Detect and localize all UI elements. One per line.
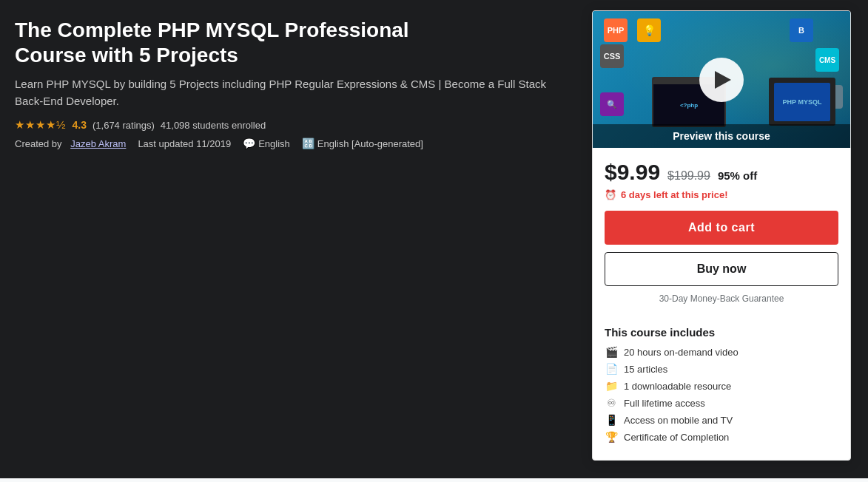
current-price: $9.99 [605,160,660,185]
list-item: 📁 1 downloadable resource [605,380,838,392]
price-row: $9.99 $199.99 95% off [605,160,838,185]
timer-row: ⏰ 6 days left at this price! [605,189,838,200]
certificate-icon: 🏆 [605,431,618,443]
captions-info: 🔠 English [Auto-generated] [302,138,423,149]
creator-info: Created by Jazeb Akram [15,138,126,149]
includes-title: This course includes [605,326,838,339]
enrolled-count: 41,098 students enrolled [161,120,266,131]
list-item: 📱 Access on mobile and TV [605,414,838,426]
rating-value: 4.3 [73,119,87,131]
language-text: English [258,138,290,149]
language-info: 💬 English [243,138,290,149]
includes-list: 🎬 20 hours on-demand video 📄 15 articles… [605,346,838,443]
includes-item-5: Certificate of Completion [624,432,729,443]
cc-icon: 🔠 [302,138,314,149]
add-to-cart-button[interactable]: Add to cart [605,211,838,245]
preview-label: Preview this course [593,124,850,148]
original-price: $199.99 [667,169,710,183]
article-icon: 📄 [605,363,618,375]
guarantee-text: 30-Day Money-Back Guarantee [605,293,838,304]
includes-item-4: Access on mobile and TV [624,415,733,426]
video-thumbnail[interactable]: PHP 💡 B CMS CSS ⚙ 🔍 PHP MYSQL <?php [593,11,850,148]
download-icon: 📁 [605,380,618,392]
list-item: 🏆 Certificate of Completion [605,431,838,443]
rating-row: ★★★★½ 4.3 (1,674 ratings) 41,098 student… [15,118,577,132]
buy-now-button[interactable]: Buy now [605,252,838,286]
list-item: 🎬 20 hours on-demand video [605,346,838,358]
play-button[interactable] [699,58,744,102]
last-updated: Last updated 11/2019 [138,138,231,149]
creator-link[interactable]: Jazeb Akram [70,138,126,149]
timer-text: 6 days left at this price! [621,189,728,200]
rating-count: (1,674 ratings) [92,120,155,131]
course-description: Learn PHP MYSQL by building 5 Projects i… [15,76,577,109]
captions-text: English [Auto-generated] [317,138,423,149]
includes-item-3: Full lifetime access [624,398,705,409]
clock-icon: ⏰ [605,189,616,200]
price-section: $9.99 $199.99 95% off ⏰ 6 days left at t… [593,148,850,320]
includes-section: This course includes 🎬 20 hours on-deman… [593,320,850,460]
list-item: ♾ Full lifetime access [605,397,838,409]
preview-card: PHP 💡 B CMS CSS ⚙ 🔍 PHP MYSQL <?php [592,10,851,461]
infinity-icon: ♾ [605,397,618,409]
header-left: The Complete PHP MYSQL Professional Cour… [15,18,577,149]
header-section: The Complete PHP MYSQL Professional Cour… [0,0,868,478]
discount-badge: 95% off [718,169,757,182]
includes-item-0: 20 hours on-demand video [624,347,739,358]
main-content: What you'll learn ✓ All PHP Fundamentals… [0,478,868,482]
speech-icon: 💬 [243,138,255,149]
video-icon: 🎬 [605,346,618,358]
mobile-icon: 📱 [605,414,618,426]
play-triangle-icon [715,71,731,89]
course-title: The Complete PHP MYSQL Professional Cour… [15,18,577,67]
includes-item-2: 1 downloadable resource [624,381,731,392]
created-by-label: Created by [15,138,62,149]
includes-item-1: 15 articles [624,364,667,375]
list-item: 📄 15 articles [605,363,838,375]
star-icons: ★★★★½ [15,118,67,132]
meta-row: Created by Jazeb Akram Last updated 11/2… [15,138,577,149]
